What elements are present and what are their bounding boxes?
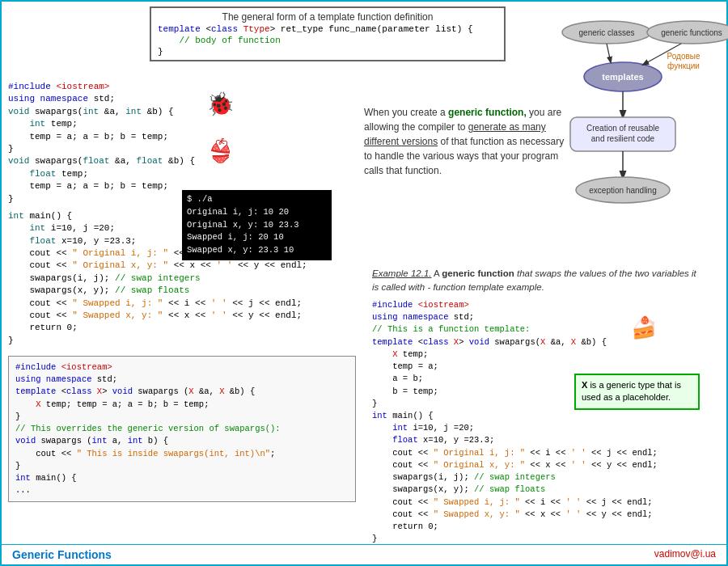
- rc-line: using namespace std;: [372, 311, 720, 323]
- middle-text-section: When you create a generic function, you …: [364, 105, 574, 178]
- lc-line: swapargs(i, j); // swap integers: [8, 272, 348, 285]
- blc-line: using namespace std;: [15, 374, 349, 386]
- lc-line: void swapargs(int &a, int &b) {: [8, 106, 348, 118]
- diagram-section: generic classes generic functions Родовы…: [558, 12, 720, 255]
- lc-line: swapargs(x, y); // swap floats: [8, 285, 348, 297]
- svg-text:функции: функции: [667, 61, 700, 70]
- code-line-3: }: [158, 47, 497, 57]
- svg-text:exception handling: exception handling: [589, 186, 656, 195]
- lc-line: void swapargs(float &a, float &b) {: [8, 155, 348, 167]
- lc-line: using namespace std;: [8, 93, 348, 105]
- rc-line: #include <iostream>: [372, 299, 720, 311]
- rc-line: int i=10, j =20;: [372, 422, 720, 434]
- diagram-svg: generic classes generic functions Родовы…: [558, 12, 728, 239]
- terminal-line: $ ./a: [187, 193, 327, 206]
- terminal-line: Original i, j: 10 20: [187, 206, 327, 219]
- lc-line: float temp;: [8, 168, 348, 180]
- code-line-2: // body of function: [158, 36, 497, 45]
- lc-line: }: [8, 143, 348, 155]
- lc-line: return 0;: [8, 322, 348, 334]
- lc-line: int temp;: [8, 118, 348, 130]
- footer-title: Generic Functions: [12, 548, 112, 561]
- terminal-box: $ ./a Original i, j: 10 20 Original x, y…: [182, 190, 332, 260]
- blc-line: }: [15, 460, 349, 472]
- blc-line: template <class X> void swapargs (X &a, …: [15, 386, 349, 398]
- blc-line: void swapargs (int a, int b) {: [15, 435, 349, 447]
- lc-line: cout << " Swapped i, j: " << i << ' ' <<…: [8, 298, 348, 310]
- terminal-line: Swapped x, y: 23.3 10: [187, 244, 327, 257]
- rc-line: // This is a function template:: [372, 323, 720, 336]
- rc-line: int main() {: [372, 410, 720, 422]
- rc-line: temp = a;: [372, 361, 720, 373]
- terminal-line: Swapped i, j: 20 10: [187, 231, 327, 244]
- svg-text:and resilient code: and resilient code: [591, 134, 655, 143]
- blc-line: X temp; temp = a; a = b; b = temp;: [15, 399, 349, 411]
- rc-line: cout << " Swapped x, y: " << x << ' ' <<…: [372, 509, 720, 521]
- title-box: The general form of a template function …: [150, 6, 506, 61]
- right-code-section: #include <iostream> using namespace std;…: [372, 299, 720, 545]
- svg-text:generic classes: generic classes: [579, 28, 635, 37]
- svg-text:Creation of reusable: Creation of reusable: [586, 124, 659, 133]
- svg-text:generic functions: generic functions: [661, 28, 722, 37]
- rc-line: return 0;: [372, 521, 720, 533]
- footer-author: vadimov@i.ua: [654, 548, 716, 561]
- lc-line: cout << " Swapped x, y: " << x << ' ' <<…: [8, 310, 348, 322]
- blc-line: // This overrides the generic version of…: [15, 423, 349, 435]
- type-note-box: X is a generic type that is used as a pl…: [574, 374, 700, 410]
- rc-line: template <class X> void swapargs(X &a, X…: [372, 336, 720, 348]
- lc-line: }: [8, 335, 348, 347]
- rc-line: swapargs(i, j); // swap integers: [372, 471, 720, 484]
- footer: Generic Functions vadimov@i.ua: [0, 544, 728, 561]
- svg-text:templates: templates: [602, 72, 643, 82]
- terminal-line: Original x, y: 10 23.3: [187, 219, 327, 232]
- bottom-left-code-box: #include <iostream> using namespace std;…: [8, 356, 356, 502]
- svg-text:Родовые: Родовые: [667, 52, 700, 61]
- blc-line: }: [15, 411, 349, 423]
- rc-line: cout << " Original x, y: " << x << ' ' <…: [372, 459, 720, 471]
- blc-line: int main() {: [15, 472, 349, 484]
- lc-line: temp = a; a = b; b = temp;: [8, 131, 348, 143]
- lc-line: #include <iostream>: [8, 81, 348, 93]
- rc-line: swapargs(x, y); // swap floats: [372, 484, 720, 496]
- svg-line-15: [607, 44, 611, 62]
- blc-line: cout << " This is inside swapargs(int, i…: [15, 448, 349, 460]
- rc-line: float x=10, y =23.3;: [372, 434, 720, 446]
- rc-line: X temp;: [372, 348, 720, 361]
- rc-line: cout << " Original i, j: " << i << ' ' <…: [372, 447, 720, 459]
- blc-line: #include <iostream>: [15, 361, 349, 374]
- rc-line: cout << " Swapped i, j: " << i << ' ' <<…: [372, 496, 720, 509]
- cake-icon: 🍰: [631, 315, 657, 340]
- title-text: The general form of a template function …: [158, 11, 497, 23]
- code-line-1: template <class Ttype> ret_type func_nam…: [158, 24, 497, 34]
- lc-line: cout << " Original x, y: " << x << ' ' <…: [8, 260, 348, 272]
- example-title: Example 12.1. A generic function that sw…: [372, 267, 704, 295]
- blc-line: ...: [15, 484, 349, 496]
